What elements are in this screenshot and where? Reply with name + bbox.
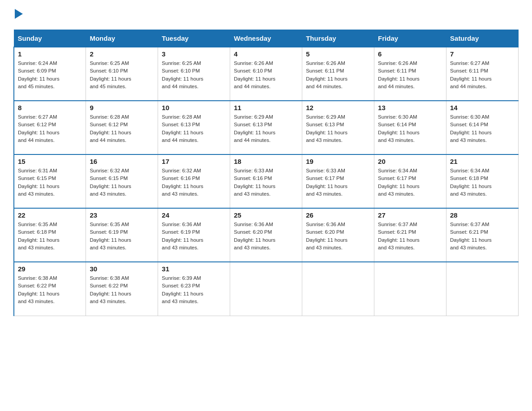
day-info: Sunrise: 6:32 AM Sunset: 6:16 PM Dayligh… <box>162 167 226 198</box>
day-info: Sunrise: 6:34 AM Sunset: 6:17 PM Dayligh… <box>378 167 442 198</box>
calendar-cell <box>374 262 446 316</box>
page-header <box>13 9 519 21</box>
calendar-cell: 21 Sunrise: 6:34 AM Sunset: 6:18 PM Dayl… <box>446 154 519 208</box>
calendar-cell: 31 Sunrise: 6:39 AM Sunset: 6:23 PM Dayl… <box>158 262 230 316</box>
day-info: Sunrise: 6:36 AM Sunset: 6:19 PM Dayligh… <box>162 221 226 252</box>
day-info: Sunrise: 6:35 AM Sunset: 6:19 PM Dayligh… <box>90 221 154 252</box>
calendar-cell: 12 Sunrise: 6:29 AM Sunset: 6:13 PM Dayl… <box>302 101 374 154</box>
day-number: 24 <box>162 211 226 219</box>
calendar-cell: 13 Sunrise: 6:30 AM Sunset: 6:14 PM Dayl… <box>374 101 446 154</box>
day-info: Sunrise: 6:33 AM Sunset: 6:16 PM Dayligh… <box>234 167 298 198</box>
day-info: Sunrise: 6:25 AM Sunset: 6:10 PM Dayligh… <box>90 60 154 90</box>
calendar-cell: 3 Sunrise: 6:25 AM Sunset: 6:10 PM Dayli… <box>158 47 230 101</box>
calendar-cell: 7 Sunrise: 6:27 AM Sunset: 6:11 PM Dayli… <box>446 47 519 101</box>
day-info: Sunrise: 6:25 AM Sunset: 6:10 PM Dayligh… <box>162 60 226 90</box>
day-info: Sunrise: 6:37 AM Sunset: 6:21 PM Dayligh… <box>450 221 515 252</box>
day-info: Sunrise: 6:35 AM Sunset: 6:18 PM Dayligh… <box>18 221 82 252</box>
day-info: Sunrise: 6:28 AM Sunset: 6:13 PM Dayligh… <box>162 113 226 144</box>
day-number: 16 <box>90 158 154 165</box>
calendar-cell: 19 Sunrise: 6:33 AM Sunset: 6:17 PM Dayl… <box>302 154 374 208</box>
day-info: Sunrise: 6:30 AM Sunset: 6:14 PM Dayligh… <box>378 113 442 144</box>
day-number: 6 <box>378 50 442 58</box>
col-header-monday: Monday <box>86 30 158 47</box>
day-number: 14 <box>450 104 515 111</box>
day-number: 13 <box>378 104 442 111</box>
day-number: 11 <box>234 104 298 111</box>
day-number: 4 <box>234 50 298 58</box>
day-number: 20 <box>378 158 442 165</box>
day-info: Sunrise: 6:29 AM Sunset: 6:13 PM Dayligh… <box>306 113 370 144</box>
day-number: 17 <box>162 158 226 165</box>
day-number: 1 <box>18 50 82 58</box>
day-info: Sunrise: 6:36 AM Sunset: 6:20 PM Dayligh… <box>306 221 370 252</box>
day-info: Sunrise: 6:24 AM Sunset: 6:09 PM Dayligh… <box>18 60 82 90</box>
day-number: 9 <box>90 104 154 111</box>
col-header-friday: Friday <box>374 30 446 47</box>
day-number: 28 <box>450 211 515 219</box>
calendar-cell: 25 Sunrise: 6:36 AM Sunset: 6:20 PM Dayl… <box>230 208 302 262</box>
calendar-cell: 8 Sunrise: 6:27 AM Sunset: 6:12 PM Dayli… <box>14 101 86 154</box>
col-header-saturday: Saturday <box>446 30 519 47</box>
day-number: 31 <box>162 265 226 273</box>
day-number: 8 <box>18 104 82 111</box>
day-number: 5 <box>306 50 370 58</box>
col-header-wednesday: Wednesday <box>230 30 302 47</box>
calendar-cell: 17 Sunrise: 6:32 AM Sunset: 6:16 PM Dayl… <box>158 154 230 208</box>
day-number: 30 <box>90 265 154 273</box>
day-number: 3 <box>162 50 226 58</box>
col-header-sunday: Sunday <box>14 30 86 47</box>
day-number: 10 <box>162 104 226 111</box>
calendar-week-4: 22 Sunrise: 6:35 AM Sunset: 6:18 PM Dayl… <box>14 208 519 262</box>
day-info: Sunrise: 6:26 AM Sunset: 6:10 PM Dayligh… <box>234 60 298 90</box>
day-number: 25 <box>234 211 298 219</box>
day-number: 22 <box>18 211 82 219</box>
day-info: Sunrise: 6:26 AM Sunset: 6:11 PM Dayligh… <box>306 60 370 90</box>
day-info: Sunrise: 6:39 AM Sunset: 6:23 PM Dayligh… <box>162 274 226 305</box>
calendar-cell: 9 Sunrise: 6:28 AM Sunset: 6:12 PM Dayli… <box>86 101 158 154</box>
calendar-cell: 28 Sunrise: 6:37 AM Sunset: 6:21 PM Dayl… <box>446 208 519 262</box>
calendar-cell: 15 Sunrise: 6:31 AM Sunset: 6:15 PM Dayl… <box>14 154 86 208</box>
col-header-thursday: Thursday <box>302 30 374 47</box>
day-info: Sunrise: 6:36 AM Sunset: 6:20 PM Dayligh… <box>234 221 298 252</box>
logo <box>13 9 23 21</box>
day-number: 12 <box>306 104 370 111</box>
calendar-week-5: 29 Sunrise: 6:38 AM Sunset: 6:22 PM Dayl… <box>14 262 519 316</box>
day-number: 27 <box>378 211 442 219</box>
calendar-cell: 1 Sunrise: 6:24 AM Sunset: 6:09 PM Dayli… <box>14 47 86 101</box>
calendar-cell: 27 Sunrise: 6:37 AM Sunset: 6:21 PM Dayl… <box>374 208 446 262</box>
day-number: 2 <box>90 50 154 58</box>
calendar-cell: 24 Sunrise: 6:36 AM Sunset: 6:19 PM Dayl… <box>158 208 230 262</box>
day-number: 19 <box>306 158 370 165</box>
calendar-cell: 22 Sunrise: 6:35 AM Sunset: 6:18 PM Dayl… <box>14 208 86 262</box>
day-info: Sunrise: 6:33 AM Sunset: 6:17 PM Dayligh… <box>306 167 370 198</box>
calendar-cell: 23 Sunrise: 6:35 AM Sunset: 6:19 PM Dayl… <box>86 208 158 262</box>
calendar-cell <box>302 262 374 316</box>
calendar-cell: 14 Sunrise: 6:30 AM Sunset: 6:14 PM Dayl… <box>446 101 519 154</box>
day-number: 7 <box>450 50 515 58</box>
calendar-cell: 6 Sunrise: 6:26 AM Sunset: 6:11 PM Dayli… <box>374 47 446 101</box>
calendar-cell: 18 Sunrise: 6:33 AM Sunset: 6:16 PM Dayl… <box>230 154 302 208</box>
calendar-cell: 20 Sunrise: 6:34 AM Sunset: 6:17 PM Dayl… <box>374 154 446 208</box>
day-number: 26 <box>306 211 370 219</box>
day-info: Sunrise: 6:37 AM Sunset: 6:21 PM Dayligh… <box>378 221 442 252</box>
day-info: Sunrise: 6:28 AM Sunset: 6:12 PM Dayligh… <box>90 113 154 144</box>
day-info: Sunrise: 6:38 AM Sunset: 6:22 PM Dayligh… <box>18 274 82 305</box>
calendar-cell: 16 Sunrise: 6:32 AM Sunset: 6:15 PM Dayl… <box>86 154 158 208</box>
day-number: 29 <box>18 265 82 273</box>
calendar-cell: 5 Sunrise: 6:26 AM Sunset: 6:11 PM Dayli… <box>302 47 374 101</box>
day-number: 15 <box>18 158 82 165</box>
day-number: 23 <box>90 211 154 219</box>
calendar-cell: 26 Sunrise: 6:36 AM Sunset: 6:20 PM Dayl… <box>302 208 374 262</box>
calendar-table: SundayMondayTuesdayWednesdayThursdayFrid… <box>13 30 519 316</box>
day-info: Sunrise: 6:30 AM Sunset: 6:14 PM Dayligh… <box>450 113 515 144</box>
calendar-cell: 2 Sunrise: 6:25 AM Sunset: 6:10 PM Dayli… <box>86 47 158 101</box>
calendar-cell: 11 Sunrise: 6:29 AM Sunset: 6:13 PM Dayl… <box>230 101 302 154</box>
logo-arrow-icon <box>15 9 23 19</box>
day-info: Sunrise: 6:31 AM Sunset: 6:15 PM Dayligh… <box>18 167 82 198</box>
calendar-header-row: SundayMondayTuesdayWednesdayThursdayFrid… <box>14 30 519 47</box>
day-info: Sunrise: 6:34 AM Sunset: 6:18 PM Dayligh… <box>450 167 515 198</box>
calendar-cell: 4 Sunrise: 6:26 AM Sunset: 6:10 PM Dayli… <box>230 47 302 101</box>
day-info: Sunrise: 6:27 AM Sunset: 6:11 PM Dayligh… <box>450 60 515 90</box>
day-info: Sunrise: 6:27 AM Sunset: 6:12 PM Dayligh… <box>18 113 82 144</box>
calendar-cell: 10 Sunrise: 6:28 AM Sunset: 6:13 PM Dayl… <box>158 101 230 154</box>
